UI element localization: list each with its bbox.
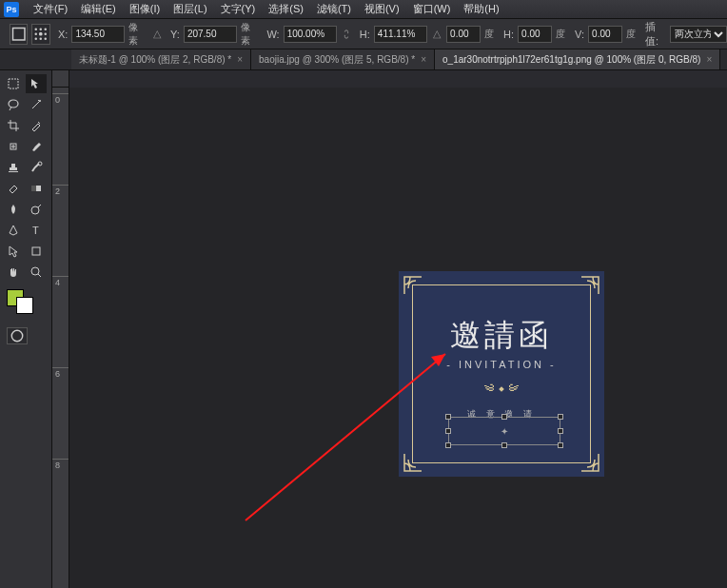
blur-tool[interactable] <box>3 200 24 219</box>
path-select-tool[interactable] <box>3 242 24 261</box>
menu-window[interactable]: 窗口(W) <box>406 2 458 16</box>
y-input[interactable] <box>184 26 237 43</box>
color-swatches[interactable] <box>3 284 49 318</box>
svg-rect-10 <box>9 79 18 88</box>
eyedropper-tool[interactable] <box>26 116 47 135</box>
card-title: 邀請函 <box>399 315 604 357</box>
menu-help[interactable]: 帮助(H) <box>457 2 505 16</box>
transform-center-icon[interactable]: ✦ <box>500 426 509 436</box>
ruler-vertical[interactable]: 02468 <box>52 88 69 588</box>
card-divider: ༄ ༄ <box>399 378 604 401</box>
ruler-corner <box>52 70 69 88</box>
interp-select[interactable]: 两次立方 <box>670 26 727 43</box>
menu-image[interactable]: 图像(I) <box>123 2 167 16</box>
stamp-tool[interactable] <box>3 158 24 177</box>
menu-edit[interactable]: 编辑(E) <box>74 2 123 16</box>
w-input[interactable] <box>284 26 337 43</box>
h-input[interactable] <box>374 26 427 43</box>
svg-point-6 <box>45 32 47 34</box>
skew-h-input[interactable] <box>518 26 552 43</box>
svg-rect-14 <box>9 171 18 172</box>
history-brush-tool[interactable] <box>26 158 47 177</box>
wh-link-icon[interactable] <box>341 28 352 41</box>
corner-ornament-icon <box>403 275 435 307</box>
eraser-tool[interactable] <box>3 179 24 198</box>
document-tabs: 未标题-1 @ 100% (图层 2, RGB/8) *× baojia.jpg… <box>0 49 727 70</box>
angle-input[interactable] <box>446 26 481 43</box>
menu-bar: Ps 文件(F) 编辑(E) 图像(I) 图层(L) 文字(Y) 选择(S) 滤… <box>0 0 727 19</box>
zoom-tool[interactable] <box>26 263 47 282</box>
x-label: X: <box>58 29 68 40</box>
svg-point-5 <box>39 32 43 36</box>
shape-tool[interactable] <box>26 242 47 261</box>
move-tool[interactable] <box>26 74 47 93</box>
skew-v-label: V: <box>575 29 584 40</box>
transform-handle[interactable] <box>558 442 563 448</box>
crop-tool[interactable] <box>3 116 24 135</box>
svg-point-4 <box>35 32 37 34</box>
transform-handle[interactable] <box>445 414 451 420</box>
main-area: T 01234567891011121314 02468 <box>0 70 727 588</box>
marquee-tool[interactable] <box>3 74 24 93</box>
menu-file[interactable]: 文件(F) <box>27 2 74 16</box>
tab-2[interactable]: baojia.jpg @ 300% (图层 5, RGB/8) *× <box>251 49 435 69</box>
x-input[interactable] <box>71 26 125 43</box>
svg-point-2 <box>40 28 42 29</box>
transform-handle[interactable] <box>445 428 451 434</box>
transform-handle[interactable] <box>501 442 507 448</box>
type-tool[interactable]: T <box>26 221 47 240</box>
reference-point-icon[interactable] <box>31 24 49 45</box>
transform-handle[interactable] <box>558 414 563 420</box>
transform-handle[interactable] <box>558 428 563 434</box>
menu-filter[interactable]: 滤镜(T) <box>310 2 358 16</box>
interp-label: 插值: <box>645 20 666 49</box>
gradient-tool[interactable] <box>26 179 47 198</box>
app-logo: Ps <box>4 2 19 17</box>
skh-unit: 度 <box>556 28 565 41</box>
lasso-tool[interactable] <box>3 95 24 114</box>
menu-layer[interactable]: 图层(L) <box>167 2 213 16</box>
quickmask-toggle[interactable] <box>7 327 28 344</box>
close-icon[interactable]: × <box>237 54 243 65</box>
corner-ornament-icon <box>568 275 600 307</box>
swirl-icon: ༄ <box>509 379 519 401</box>
transform-selection[interactable]: ✦ <box>448 417 560 445</box>
transform-icon[interactable] <box>10 24 28 45</box>
xy-link-icon[interactable]: △ <box>151 28 163 41</box>
close-icon[interactable]: × <box>421 54 426 65</box>
corner-ornament-icon <box>568 441 600 473</box>
hand-tool[interactable] <box>3 263 24 282</box>
y-label: Y: <box>170 29 180 40</box>
background-swatch[interactable] <box>16 297 33 314</box>
svg-point-3 <box>45 28 47 29</box>
menu-view[interactable]: 视图(V) <box>358 2 406 16</box>
menu-select[interactable]: 选择(S) <box>262 2 310 16</box>
canvas[interactable]: 邀請函 - INVITATION - ༄ ༄ 诚 意 邀 请 <box>69 88 727 588</box>
healing-tool[interactable] <box>3 137 24 156</box>
svg-point-12 <box>39 100 41 102</box>
angle-unit: 度 <box>484 28 494 41</box>
svg-point-9 <box>45 37 47 39</box>
svg-point-18 <box>31 206 39 214</box>
pen-tool[interactable] <box>3 221 24 240</box>
svg-point-21 <box>31 267 39 275</box>
svg-rect-17 <box>31 186 36 191</box>
svg-text:T: T <box>32 225 39 236</box>
menu-type[interactable]: 文字(Y) <box>214 2 263 16</box>
w-label: W: <box>266 29 279 40</box>
tab-3[interactable]: o_1ar30notrtrpjph1l72er61tg1g.png @ 100%… <box>435 49 720 69</box>
svg-point-7 <box>35 37 37 39</box>
card-subtitle: - INVITATION - <box>399 359 604 370</box>
svg-point-1 <box>35 28 37 29</box>
x-unit: 像素 <box>128 21 145 48</box>
dot-icon <box>499 386 504 392</box>
dodge-tool[interactable] <box>26 200 47 219</box>
brush-tool[interactable] <box>26 137 47 156</box>
svg-point-8 <box>40 37 42 39</box>
tab-1[interactable]: 未标题-1 @ 100% (图层 2, RGB/8) *× <box>71 49 251 69</box>
wand-tool[interactable] <box>26 95 47 114</box>
skew-v-input[interactable] <box>588 26 622 43</box>
transform-handle[interactable] <box>501 414 507 420</box>
close-icon[interactable]: × <box>706 54 712 65</box>
transform-handle[interactable] <box>445 442 451 448</box>
